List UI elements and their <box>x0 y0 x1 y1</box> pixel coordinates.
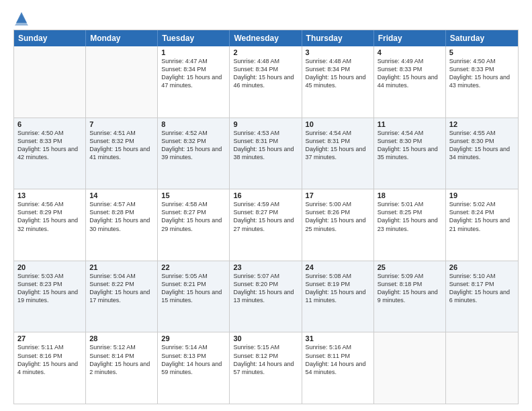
cal-cell-3-6: 18Sunrise: 5:01 AM Sunset: 8:25 PM Dayli… <box>374 189 446 261</box>
cal-week-5: 27Sunrise: 5:11 AM Sunset: 8:16 PM Dayli… <box>14 332 518 404</box>
cal-cell-2-4: 9Sunrise: 4:53 AM Sunset: 8:31 PM Daylig… <box>230 118 302 189</box>
day-number: 12 <box>449 120 515 128</box>
day-number: 16 <box>233 191 298 199</box>
cal-cell-5-4: 30Sunrise: 5:15 AM Sunset: 8:12 PM Dayli… <box>230 332 302 404</box>
day-number: 8 <box>161 120 226 128</box>
calendar-body: 1Sunrise: 4:47 AM Sunset: 8:34 PM Daylig… <box>14 46 518 404</box>
cell-details: Sunrise: 5:10 AM Sunset: 8:17 PM Dayligh… <box>449 272 515 305</box>
cell-details: Sunrise: 4:48 AM Sunset: 8:34 PM Dayligh… <box>306 57 370 90</box>
svg-marker-1 <box>15 15 28 26</box>
cal-cell-3-3: 15Sunrise: 4:58 AM Sunset: 8:27 PM Dayli… <box>158 189 230 261</box>
day-number: 13 <box>17 191 82 199</box>
cal-cell-1-6: 4Sunrise: 4:49 AM Sunset: 8:33 PM Daylig… <box>374 46 446 118</box>
cal-cell-3-4: 16Sunrise: 4:59 AM Sunset: 8:27 PM Dayli… <box>230 189 302 261</box>
cell-details: Sunrise: 4:54 AM Sunset: 8:31 PM Dayligh… <box>306 129 370 162</box>
cal-cell-5-6 <box>374 332 446 404</box>
day-number: 9 <box>233 120 298 128</box>
cal-cell-2-1: 6Sunrise: 4:50 AM Sunset: 8:33 PM Daylig… <box>14 118 86 189</box>
cal-cell-3-7: 19Sunrise: 5:02 AM Sunset: 8:24 PM Dayli… <box>446 189 518 261</box>
cal-cell-4-2: 21Sunrise: 5:04 AM Sunset: 8:22 PM Dayli… <box>86 261 158 332</box>
cal-cell-2-2: 7Sunrise: 4:51 AM Sunset: 8:32 PM Daylig… <box>86 118 158 189</box>
cell-details: Sunrise: 5:01 AM Sunset: 8:25 PM Dayligh… <box>378 200 442 233</box>
cal-week-4: 20Sunrise: 5:03 AM Sunset: 8:23 PM Dayli… <box>14 261 518 333</box>
cell-details: Sunrise: 5:09 AM Sunset: 8:18 PM Dayligh… <box>378 272 442 305</box>
cell-details: Sunrise: 4:49 AM Sunset: 8:33 PM Dayligh… <box>378 57 442 90</box>
cal-cell-1-3: 1Sunrise: 4:47 AM Sunset: 8:34 PM Daylig… <box>158 46 230 118</box>
cell-details: Sunrise: 5:07 AM Sunset: 8:20 PM Dayligh… <box>233 272 298 305</box>
day-number: 14 <box>89 191 154 199</box>
cal-cell-3-1: 13Sunrise: 4:56 AM Sunset: 8:29 PM Dayli… <box>14 189 86 261</box>
day-number: 28 <box>89 334 154 342</box>
day-number: 24 <box>306 263 370 271</box>
calendar: SundayMondayTuesdayWednesdayThursdayFrid… <box>13 30 519 404</box>
cell-details: Sunrise: 5:15 AM Sunset: 8:12 PM Dayligh… <box>233 343 298 376</box>
logo-icon <box>15 11 28 26</box>
cal-cell-4-1: 20Sunrise: 5:03 AM Sunset: 8:23 PM Dayli… <box>14 261 86 332</box>
day-number: 21 <box>89 263 154 271</box>
day-number: 31 <box>306 334 370 342</box>
cal-cell-4-6: 25Sunrise: 5:09 AM Sunset: 8:18 PM Dayli… <box>374 261 446 332</box>
cell-details: Sunrise: 4:58 AM Sunset: 8:27 PM Dayligh… <box>161 200 226 233</box>
day-number: 17 <box>306 191 370 199</box>
day-number: 11 <box>378 120 442 128</box>
cell-details: Sunrise: 4:48 AM Sunset: 8:34 PM Dayligh… <box>233 57 298 90</box>
cell-details: Sunrise: 4:54 AM Sunset: 8:30 PM Dayligh… <box>378 129 442 162</box>
day-number: 22 <box>161 263 226 271</box>
cell-details: Sunrise: 5:00 AM Sunset: 8:26 PM Dayligh… <box>306 200 370 233</box>
day-number: 23 <box>233 263 298 271</box>
cell-details: Sunrise: 4:47 AM Sunset: 8:34 PM Dayligh… <box>161 57 226 90</box>
cell-details: Sunrise: 4:50 AM Sunset: 8:33 PM Dayligh… <box>449 57 515 90</box>
day-number: 30 <box>233 334 298 342</box>
logo <box>13 11 28 23</box>
day-number: 5 <box>449 48 515 56</box>
cell-details: Sunrise: 5:11 AM Sunset: 8:16 PM Dayligh… <box>17 343 82 376</box>
cell-details: Sunrise: 4:57 AM Sunset: 8:28 PM Dayligh… <box>89 200 154 233</box>
day-number: 27 <box>17 334 82 342</box>
cell-details: Sunrise: 4:50 AM Sunset: 8:33 PM Dayligh… <box>17 129 82 162</box>
page: SundayMondayTuesdayWednesdayThursdayFrid… <box>0 0 532 411</box>
cal-cell-1-7: 5Sunrise: 4:50 AM Sunset: 8:33 PM Daylig… <box>446 46 518 118</box>
cal-cell-2-5: 10Sunrise: 4:54 AM Sunset: 8:31 PM Dayli… <box>302 118 374 189</box>
cell-details: Sunrise: 5:02 AM Sunset: 8:24 PM Dayligh… <box>449 200 515 233</box>
calendar-header: SundayMondayTuesdayWednesdayThursdayFrid… <box>14 30 518 46</box>
cal-cell-2-7: 12Sunrise: 4:55 AM Sunset: 8:30 PM Dayli… <box>446 118 518 189</box>
day-number: 7 <box>89 120 154 128</box>
cell-details: Sunrise: 4:52 AM Sunset: 8:32 PM Dayligh… <box>161 129 226 162</box>
cell-details: Sunrise: 4:53 AM Sunset: 8:31 PM Dayligh… <box>233 129 298 162</box>
cell-details: Sunrise: 5:16 AM Sunset: 8:11 PM Dayligh… <box>306 343 370 376</box>
cal-header-friday: Friday <box>374 30 446 46</box>
day-number: 29 <box>161 334 226 342</box>
cell-details: Sunrise: 5:14 AM Sunset: 8:13 PM Dayligh… <box>161 343 226 376</box>
day-number: 20 <box>17 263 82 271</box>
day-number: 3 <box>306 48 370 56</box>
cal-week-1: 1Sunrise: 4:47 AM Sunset: 8:34 PM Daylig… <box>14 46 518 118</box>
day-number: 1 <box>161 48 226 56</box>
cal-cell-5-3: 29Sunrise: 5:14 AM Sunset: 8:13 PM Dayli… <box>158 332 230 404</box>
cell-details: Sunrise: 4:56 AM Sunset: 8:29 PM Dayligh… <box>17 200 82 233</box>
cell-details: Sunrise: 4:59 AM Sunset: 8:27 PM Dayligh… <box>233 200 298 233</box>
day-number: 2 <box>233 48 298 56</box>
day-number: 10 <box>306 120 370 128</box>
cal-header-monday: Monday <box>86 30 158 46</box>
cal-week-2: 6Sunrise: 4:50 AM Sunset: 8:33 PM Daylig… <box>14 118 518 190</box>
cal-header-tuesday: Tuesday <box>158 30 230 46</box>
cal-cell-1-4: 2Sunrise: 4:48 AM Sunset: 8:34 PM Daylig… <box>230 46 302 118</box>
day-number: 25 <box>378 263 442 271</box>
cell-details: Sunrise: 5:04 AM Sunset: 8:22 PM Dayligh… <box>89 272 154 305</box>
cal-cell-2-6: 11Sunrise: 4:54 AM Sunset: 8:30 PM Dayli… <box>374 118 446 189</box>
day-number: 18 <box>378 191 442 199</box>
cal-cell-5-7 <box>446 332 518 404</box>
cal-cell-4-3: 22Sunrise: 5:05 AM Sunset: 8:21 PM Dayli… <box>158 261 230 332</box>
cal-header-wednesday: Wednesday <box>230 30 302 46</box>
cal-week-3: 13Sunrise: 4:56 AM Sunset: 8:29 PM Dayli… <box>14 189 518 261</box>
cal-header-thursday: Thursday <box>302 30 374 46</box>
cal-cell-5-5: 31Sunrise: 5:16 AM Sunset: 8:11 PM Dayli… <box>302 332 374 404</box>
cal-cell-4-5: 24Sunrise: 5:08 AM Sunset: 8:19 PM Dayli… <box>302 261 374 332</box>
cal-cell-1-2 <box>86 46 158 118</box>
day-number: 19 <box>449 191 515 199</box>
cal-cell-2-3: 8Sunrise: 4:52 AM Sunset: 8:32 PM Daylig… <box>158 118 230 189</box>
cell-details: Sunrise: 4:51 AM Sunset: 8:32 PM Dayligh… <box>89 129 154 162</box>
day-number: 4 <box>378 48 442 56</box>
cal-cell-4-4: 23Sunrise: 5:07 AM Sunset: 8:20 PM Dayli… <box>230 261 302 332</box>
cell-details: Sunrise: 5:03 AM Sunset: 8:23 PM Dayligh… <box>17 272 82 305</box>
